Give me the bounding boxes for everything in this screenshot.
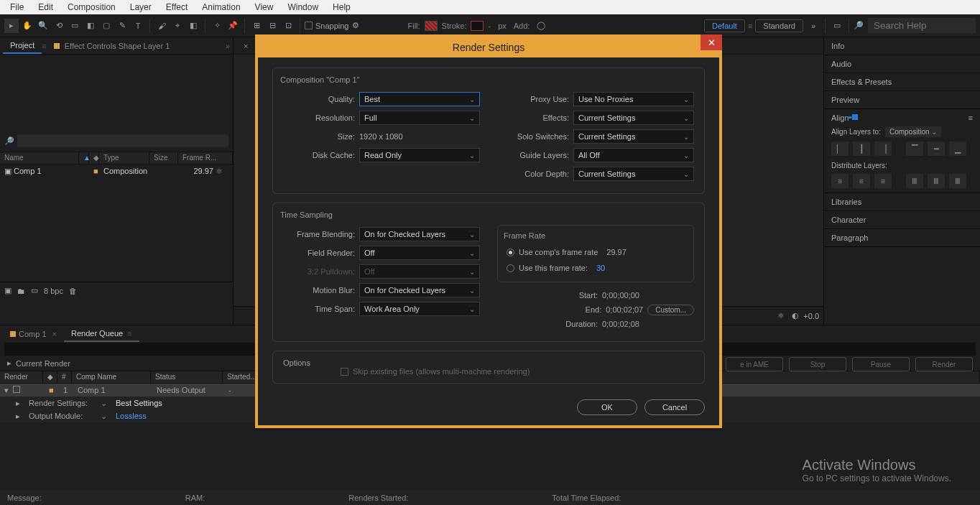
- view-axis-icon[interactable]: ⊡: [281, 19, 295, 33]
- camera-tool-icon[interactable]: ▭: [68, 19, 82, 33]
- tab-render-queue[interactable]: Render Queue ≡: [64, 326, 139, 342]
- tab-comp1-timeline[interactable]: Comp 1 ×: [3, 327, 64, 341]
- frame-rate-input[interactable]: 30: [596, 264, 605, 272]
- panel-audio[interactable]: Audio: [824, 55, 980, 73]
- tab-effect-controls[interactable]: Effect Controls Shape Layer 1: [47, 39, 177, 53]
- puppet-tool-icon[interactable]: 📌: [226, 19, 240, 33]
- exposure-value[interactable]: +0.0: [803, 312, 819, 320]
- exposure-icon[interactable]: ◐: [792, 311, 799, 320]
- snapping-toggle[interactable]: Snapping ⚙: [305, 21, 359, 30]
- proxy-use-select[interactable]: Use No Proxies⌄: [573, 92, 694, 106]
- field-render-select[interactable]: Off⌄: [359, 246, 480, 260]
- viewer-tab-close[interactable]: ×: [236, 39, 255, 53]
- add-menu-icon[interactable]: ◯: [534, 19, 548, 33]
- color-depth-select[interactable]: Current Settings⌄: [573, 167, 694, 181]
- render-button[interactable]: Render: [915, 357, 973, 371]
- clone-tool-icon[interactable]: ⌖: [170, 19, 185, 33]
- project-item-comp1[interactable]: ▣ Comp 1 ■ Composition 29.97 ⚛: [0, 165, 233, 177]
- dist-left-icon[interactable]: Ⅲ: [906, 174, 923, 188]
- workspace-more-icon[interactable]: »: [806, 19, 820, 33]
- menu-edit[interactable]: Edit: [31, 1, 60, 14]
- align-top-icon[interactable]: ▔: [906, 142, 923, 156]
- panel-menu-icon[interactable]: ≡: [969, 113, 973, 122]
- quality-select[interactable]: Best⌄: [359, 92, 480, 106]
- selection-tool-icon[interactable]: ▸: [4, 19, 19, 33]
- skip-existing-checkbox[interactable]: Skip existing files (allows multi-machin…: [341, 367, 694, 376]
- dist-hcenter-icon[interactable]: Ⅲ: [928, 174, 945, 188]
- roto-tool-icon[interactable]: ✧: [210, 19, 224, 33]
- align-right-icon[interactable]: ▕: [874, 142, 892, 156]
- disclosure-icon[interactable]: ▸: [7, 358, 11, 368]
- workspace-default[interactable]: Default: [704, 19, 745, 32]
- local-axis-icon[interactable]: ⊞: [249, 19, 264, 33]
- dist-top-icon[interactable]: ≡: [831, 174, 849, 188]
- zoom-tool-icon[interactable]: 🔍: [36, 19, 50, 33]
- dist-vcenter-icon[interactable]: ≡: [853, 174, 870, 188]
- bpc-toggle[interactable]: 8 bpc: [44, 287, 63, 295]
- menu-help[interactable]: Help: [325, 1, 358, 14]
- menu-window[interactable]: Window: [280, 1, 325, 14]
- orbit-tool-icon[interactable]: ⟲: [52, 19, 66, 33]
- trash-icon[interactable]: 🗑: [69, 287, 77, 295]
- panel-character[interactable]: Character: [824, 211, 980, 229]
- align-vcenter-icon[interactable]: ━: [928, 142, 945, 156]
- interpret-icon[interactable]: ▣: [4, 286, 11, 295]
- snapshot-icon[interactable]: ⚛: [777, 311, 785, 320]
- queue-in-ame-button[interactable]: e in AME: [726, 357, 783, 371]
- motion-blur-select[interactable]: On for Checked Layers⌄: [359, 283, 480, 297]
- menu-layer[interactable]: Layer: [123, 1, 159, 14]
- ok-button[interactable]: OK: [577, 399, 637, 415]
- menu-file[interactable]: File: [3, 1, 31, 14]
- snapping-options-icon[interactable]: ⚙: [352, 21, 359, 30]
- type-tool-icon[interactable]: T: [131, 19, 145, 33]
- effects-select[interactable]: Current Settings⌄: [573, 111, 694, 125]
- guide-layers-select[interactable]: All Off⌄: [573, 148, 694, 162]
- brush-tool-icon[interactable]: 🖌: [154, 19, 169, 33]
- pen-tool-icon[interactable]: ✎: [115, 19, 129, 33]
- panel-info[interactable]: Info: [824, 37, 980, 55]
- menu-composition[interactable]: Composition: [60, 1, 123, 14]
- menu-view[interactable]: View: [248, 1, 281, 14]
- eraser-tool-icon[interactable]: ◧: [186, 19, 200, 33]
- menu-effect[interactable]: Effect: [159, 1, 195, 14]
- custom-button[interactable]: Custom...: [647, 305, 694, 315]
- resolution-select[interactable]: Full⌄: [359, 111, 480, 125]
- search-input[interactable]: [868, 18, 976, 33]
- time-span-select[interactable]: Work Area Only⌄: [359, 302, 480, 316]
- composition-legend: Composition "Comp 1": [280, 75, 694, 84]
- align-hcenter-icon[interactable]: ┃: [853, 142, 870, 156]
- dist-bottom-icon[interactable]: ≡: [874, 174, 892, 188]
- fill-swatch[interactable]: [425, 21, 438, 31]
- pan-behind-tool-icon[interactable]: ◧: [83, 19, 98, 33]
- solo-switches-select[interactable]: Current Settings⌄: [573, 129, 694, 144]
- tab-project[interactable]: Project: [3, 38, 42, 54]
- workspace-standard[interactable]: Standard: [755, 19, 803, 32]
- panel-effects-presets[interactable]: Effects & Presets: [824, 73, 980, 91]
- panel-menu-icon[interactable]: ▭: [830, 19, 844, 33]
- panel-preview[interactable]: Preview: [824, 91, 980, 109]
- align-left-icon[interactable]: ▏: [831, 142, 849, 156]
- align-bottom-icon[interactable]: ▁: [949, 142, 966, 156]
- stroke-width[interactable]: -: [488, 22, 491, 30]
- use-comp-rate-radio[interactable]: Use comp's frame rate 29.97: [507, 244, 685, 260]
- close-button[interactable]: ✕: [701, 34, 722, 50]
- menu-animation[interactable]: Animation: [195, 1, 247, 14]
- hand-tool-icon[interactable]: ✋: [20, 19, 34, 33]
- panel-overflow-icon[interactable]: »: [226, 42, 230, 50]
- cancel-button[interactable]: Cancel: [644, 399, 705, 415]
- frame-blending-select[interactable]: On for Checked Layers⌄: [359, 227, 480, 241]
- panel-libraries[interactable]: Libraries: [824, 193, 980, 211]
- use-this-rate-radio[interactable]: Use this frame rate: 30: [507, 260, 685, 276]
- folder-icon[interactable]: 🖿: [17, 287, 25, 295]
- new-comp-icon[interactable]: ▭: [31, 286, 38, 295]
- stop-button[interactable]: Stop: [789, 357, 846, 371]
- pause-button[interactable]: Pause: [852, 357, 910, 371]
- stroke-swatch[interactable]: [471, 21, 484, 31]
- world-axis-icon[interactable]: ⊟: [265, 19, 279, 33]
- dist-right-icon[interactable]: Ⅲ: [949, 174, 966, 188]
- disk-cache-select[interactable]: Read Only⌄: [359, 148, 480, 162]
- panel-paragraph[interactable]: Paragraph: [824, 229, 980, 247]
- align-to-select[interactable]: Composition ⌄: [885, 126, 941, 137]
- project-filter-input[interactable]: [17, 134, 228, 147]
- rect-tool-icon[interactable]: ▢: [99, 19, 114, 33]
